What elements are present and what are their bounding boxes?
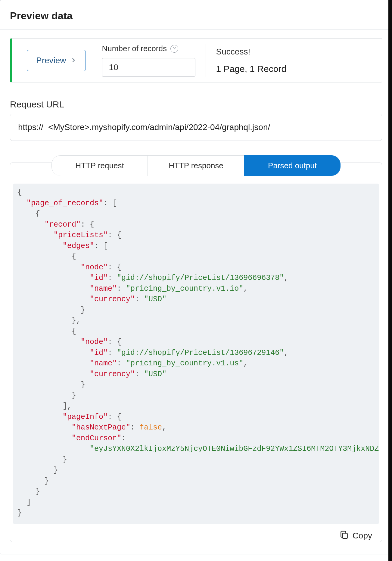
url-path-after: .myshopify.com/admin/api/2022-04/graphql… — [89, 122, 270, 132]
svg-rect-0 — [342, 533, 347, 538]
help-icon[interactable]: ? — [170, 45, 178, 53]
status-title: Success! — [216, 47, 286, 57]
preview-button[interactable]: Preview — [27, 50, 86, 71]
records-group: Number of records ? — [102, 44, 195, 77]
copy-label: Copy — [353, 531, 372, 541]
status-subtitle: 1 Page, 1 Record — [216, 64, 286, 74]
tab-http-request[interactable]: HTTP request — [51, 155, 148, 176]
preview-button-label: Preview — [36, 56, 66, 65]
panel-heading: Preview data — [0, 0, 392, 30]
status-block: Success! 1 Page, 1 Record — [216, 47, 286, 74]
parsed-output-code[interactable]: { "page_of_records": [ { "record": { "pr… — [13, 184, 379, 524]
scrollbar-shadow — [388, 0, 392, 561]
records-input[interactable] — [102, 58, 195, 77]
url-scheme: https:// — [18, 122, 43, 132]
request-url-box[interactable]: https:// <MyStore>.myshopify.com/admin/a… — [10, 114, 382, 141]
divider — [206, 44, 206, 77]
tab-http-response[interactable]: HTTP response — [148, 155, 244, 176]
preview-bar: Preview Number of records ? Success! 1 P… — [10, 38, 382, 82]
response-panel: HTTP requestHTTP responseParsed output {… — [10, 163, 382, 542]
chevron-right-icon — [70, 56, 76, 65]
url-variable: <MyStore> — [48, 122, 89, 132]
tabs: HTTP requestHTTP responseParsed output — [51, 155, 341, 176]
preview-data-panel: Preview data Preview Number of records ?… — [0, 0, 392, 554]
copy-icon — [339, 530, 349, 542]
copy-button[interactable]: Copy — [339, 530, 372, 542]
tab-parsed-output[interactable]: Parsed output — [244, 155, 341, 176]
records-label: Number of records ? — [102, 44, 195, 53]
records-label-text: Number of records — [102, 44, 167, 53]
request-url-label: Request URL — [0, 82, 392, 114]
url-path: <MyStore>.myshopify.com/admin/api/2022-0… — [48, 122, 270, 132]
